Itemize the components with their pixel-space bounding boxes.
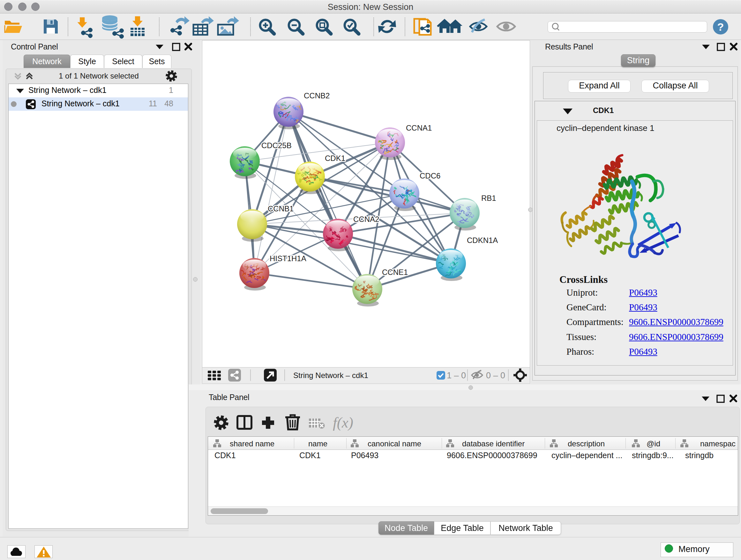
svg-text:CDC6: CDC6 (420, 172, 441, 180)
svg-text:CDK1: CDK1 (325, 154, 345, 163)
svg-text:CCNA1: CCNA1 (406, 124, 432, 132)
svg-text:?: ? (718, 21, 724, 33)
svg-text:f(x): f(x) (333, 415, 353, 431)
svg-text:RB1: RB1 (481, 194, 496, 202)
svg-text:1 – 0: 1 – 0 (447, 371, 466, 380)
svg-text:CCNA2: CCNA2 (353, 215, 379, 224)
svg-text:0 – 0: 0 – 0 (486, 371, 505, 380)
svg-text:CCNB1: CCNB1 (268, 204, 293, 213)
svg-text:CCNE1: CCNE1 (382, 268, 408, 276)
svg-text:HIST1H1A: HIST1H1A (270, 254, 307, 263)
svg-text:String Network – cdk1: String Network – cdk1 (293, 371, 368, 380)
svg-text:CCNB2: CCNB2 (304, 91, 330, 100)
svg-text:CDC25B: CDC25B (261, 141, 292, 150)
svg-text:CDKN1A: CDKN1A (467, 236, 498, 245)
